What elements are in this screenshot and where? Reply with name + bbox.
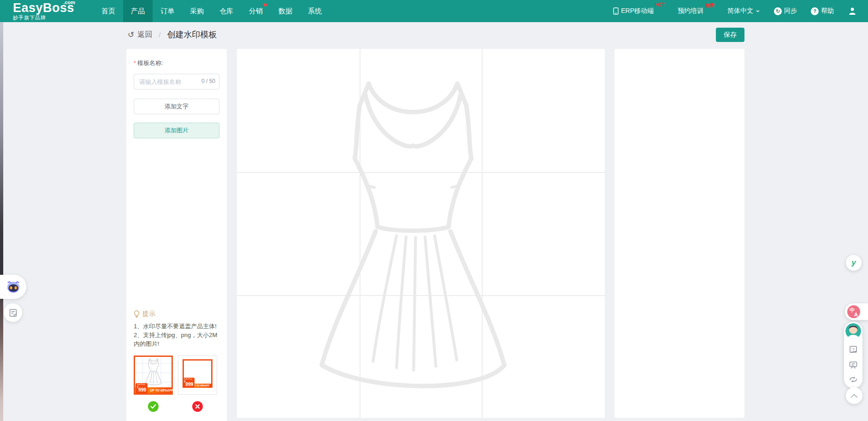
nav-item-distribution[interactable]: 分销 bbox=[241, 0, 271, 22]
bad-banner-text: UP TO 65%OFF bbox=[193, 384, 209, 387]
add-image-button[interactable]: 添加图片 bbox=[134, 123, 219, 138]
easyboss-logo[interactable]: EasyBoss .com 妙手旗下品牌 bbox=[13, 2, 74, 20]
breadcrumb-separator: / bbox=[159, 31, 160, 39]
nav-item-purchasing[interactable]: 采购 bbox=[182, 0, 212, 22]
template-name-label-text: 模板名称: bbox=[137, 59, 163, 66]
book-question-icon: ? bbox=[849, 345, 858, 354]
phone-icon bbox=[613, 7, 619, 15]
tip-item-2: 2、支持上传jpg、png，大小2M内的图片! bbox=[134, 331, 222, 349]
free-badge: 免费 bbox=[705, 2, 714, 9]
nav-item-distribution-label: 分销 bbox=[249, 7, 263, 15]
notification-dot bbox=[264, 3, 267, 6]
navbar-utilities: ERP移动端 HOT 预约培训 免费 简体中文 ↻ 同步 ? 帮助 bbox=[599, 6, 868, 16]
recycle-arrows-icon bbox=[848, 375, 858, 384]
left-edge-scrollbar[interactable] bbox=[0, 22, 3, 421]
example-images: UP TO 65%OFF Sale Price $999 UP TO 65%OF… bbox=[134, 356, 222, 395]
sync-label: 同步 bbox=[784, 7, 797, 15]
check-circle-icon[interactable] bbox=[148, 401, 159, 412]
cross-circle-icon[interactable] bbox=[192, 401, 203, 412]
feedback-notes-button[interactable] bbox=[4, 303, 22, 322]
erp-mobile-link[interactable]: ERP移动端 HOT bbox=[613, 7, 654, 15]
logo-com-suffix: .com bbox=[63, 0, 75, 5]
nav-item-data[interactable]: 数据 bbox=[271, 0, 300, 22]
support-toolbar: ? bbox=[844, 322, 862, 388]
dress-placeholder-sketch bbox=[263, 75, 563, 404]
svg-text:?: ? bbox=[852, 347, 855, 352]
main-menu: 首页 产品 订单 采购 仓库 分销 数据 系统 bbox=[94, 0, 330, 22]
user-account-button[interactable] bbox=[848, 6, 857, 16]
page-title: 创建水印模板 bbox=[167, 29, 217, 40]
robot-icon bbox=[5, 279, 22, 294]
nav-item-products[interactable]: 产品 bbox=[123, 0, 153, 22]
bad-example-frame: UP TO 65%OFF Sale Price $999 bbox=[183, 359, 213, 388]
chevron-up-icon bbox=[850, 394, 858, 398]
tips-heading: 提示 bbox=[134, 310, 222, 318]
bad-price-value: 999 bbox=[185, 382, 193, 387]
app-root: EasyBoss .com 妙手旗下品牌 首页 产品 订单 采购 仓库 分销 数… bbox=[0, 0, 868, 421]
good-example-image: UP TO 65%OFF Sale Price $999 bbox=[134, 356, 173, 395]
preview-panel bbox=[614, 49, 744, 418]
good-banner-text: UP TO 65%OFF bbox=[150, 389, 173, 392]
presentation-icon bbox=[849, 360, 858, 369]
manual-help-button[interactable]: ? bbox=[849, 345, 858, 354]
tip-item-1: 1、水印尽量不要遮盖产品主体! bbox=[134, 322, 222, 331]
lightbulb-icon bbox=[134, 310, 140, 318]
sync-button[interactable]: ↻ 同步 bbox=[774, 7, 797, 15]
sync-icon: ↻ bbox=[774, 7, 782, 15]
nav-item-system[interactable]: 系统 bbox=[300, 0, 330, 22]
tips-section: 提示 1、水印尽量不要遮盖产品主体! 2、支持上传jpg、png，大小2M内的图… bbox=[134, 310, 222, 412]
erp-mobile-label: ERP移动端 bbox=[621, 7, 654, 15]
language-selector[interactable]: 简体中文 bbox=[727, 7, 760, 15]
refresh-sync-button[interactable] bbox=[848, 375, 858, 384]
nav-item-home[interactable]: 首页 bbox=[94, 0, 123, 22]
bad-example-image: UP TO 65%OFF Sale Price $999 bbox=[178, 356, 217, 395]
training-link[interactable]: 预约培训 免费 bbox=[678, 7, 703, 15]
tips-heading-text: 提示 bbox=[142, 310, 155, 318]
nav-item-orders[interactable]: 订单 bbox=[153, 0, 182, 22]
mini-dress-sketch bbox=[140, 358, 167, 386]
training-board-button[interactable] bbox=[849, 360, 858, 369]
person-icon bbox=[848, 6, 857, 16]
translate-glyph-en: A bbox=[854, 312, 858, 317]
y-brand-button[interactable]: y bbox=[846, 255, 862, 271]
required-mark: * bbox=[134, 59, 136, 66]
hot-badge: HOT bbox=[655, 2, 665, 7]
top-navbar: EasyBoss .com 妙手旗下品牌 首页 产品 订单 采购 仓库 分销 数… bbox=[0, 0, 868, 22]
y-logo-icon: y bbox=[851, 258, 856, 267]
back-label: 返回 bbox=[137, 30, 152, 40]
translate-button[interactable]: 中 A bbox=[845, 303, 868, 320]
translate-icon: 中 A bbox=[847, 305, 860, 318]
good-price-value: 999 bbox=[138, 387, 146, 392]
logo-subtitle: 妙手旗下品牌 bbox=[13, 15, 74, 20]
support-avatar[interactable] bbox=[845, 323, 861, 339]
back-button[interactable]: ↺ 返回 bbox=[128, 30, 152, 40]
nav-item-warehouse[interactable]: 仓库 bbox=[212, 0, 241, 22]
training-label: 预约培训 bbox=[678, 7, 703, 15]
add-text-button[interactable]: 添加文字 bbox=[134, 99, 219, 114]
language-label: 简体中文 bbox=[727, 7, 753, 15]
template-name-input[interactable] bbox=[134, 74, 219, 89]
help-label: 帮助 bbox=[821, 7, 834, 15]
back-arrow-icon: ↺ bbox=[128, 30, 134, 40]
chevron-down-icon bbox=[756, 9, 760, 13]
document-check-icon bbox=[9, 308, 18, 317]
template-name-label: *模板名称: bbox=[134, 59, 219, 67]
ai-assistant-button[interactable] bbox=[0, 275, 26, 299]
template-name-input-wrap: 0 / 50 bbox=[134, 74, 219, 89]
page-header: ↺ 返回 / 创建水印模板 保存 bbox=[0, 22, 868, 47]
help-icon: ? bbox=[811, 7, 819, 15]
help-button[interactable]: ? 帮助 bbox=[811, 7, 834, 15]
tips-list: 1、水印尽量不要遮盖产品主体! 2、支持上传jpg、png，大小2M内的图片! bbox=[134, 322, 222, 349]
watermark-canvas[interactable] bbox=[237, 49, 605, 418]
good-price-tag: Sale Price $999 bbox=[136, 383, 148, 393]
breadcrumb: ↺ 返回 / 创建水印模板 bbox=[128, 22, 217, 47]
save-button[interactable]: 保存 bbox=[716, 28, 744, 42]
collapse-toolbar-button[interactable] bbox=[846, 387, 862, 404]
template-settings-panel: *模板名称: 0 / 50 添加文字 添加图片 提示 1、水印尽量不要遮盖产品主… bbox=[126, 49, 227, 421]
bad-price-tag: Sale Price $999 bbox=[183, 378, 195, 388]
verdict-row bbox=[134, 401, 222, 412]
